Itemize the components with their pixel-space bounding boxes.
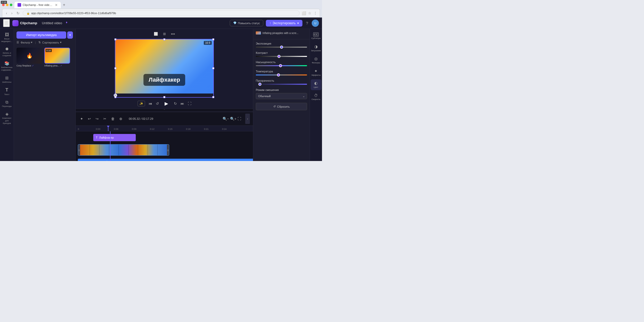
- sort-button[interactable]: Сортировать ▾: [42, 41, 62, 44]
- temperature-slider-thumb[interactable]: [277, 73, 280, 77]
- sidebar-item-brand[interactable]: ◈ Комплект для брендов: [1, 110, 13, 126]
- right-edge-color[interactable]: ◐ Цвет: [311, 79, 321, 90]
- sidebar-item-library[interactable]: 📚 Библиотека содержим...: [1, 59, 13, 73]
- transitions-icon: ⧉: [5, 100, 8, 105]
- saturation-slider-track[interactable]: [256, 65, 307, 66]
- reload-button[interactable]: ↻: [15, 11, 21, 16]
- fireplace-thumbnail: 🔥 2:15: [16, 48, 42, 64]
- video-clip-left-handle[interactable]: ||: [78, 145, 80, 155]
- back-button[interactable]: ‹: [5, 11, 8, 16]
- more-tool-button[interactable]: •••: [170, 31, 177, 37]
- user-avatar[interactable]: U: [312, 20, 319, 27]
- sidebar-item-templates[interactable]: ⊞ Шаблоны: [1, 74, 13, 85]
- import-dropdown-button[interactable]: ▾: [67, 31, 73, 39]
- hamburger-button[interactable]: ☰: [3, 19, 10, 27]
- playhead-triangle: [107, 126, 109, 128]
- skip-forward-button[interactable]: ⏭: [181, 101, 184, 106]
- opacity-slider-thumb[interactable]: [258, 83, 261, 86]
- filter-button[interactable]: Фильтр ▾: [21, 41, 32, 44]
- contrast-slider-thumb[interactable]: [277, 55, 281, 58]
- sidebar-item-media[interactable]: 🖼 Ваши медиарес...: [1, 31, 13, 44]
- zoom-in-button[interactable]: 🔍+: [230, 117, 236, 121]
- zoom-fit-button[interactable]: ⛶: [238, 117, 241, 121]
- handle-bottom[interactable]: [163, 96, 165, 98]
- handle-top-right[interactable]: [212, 38, 214, 40]
- duplicate-button[interactable]: ⊕: [118, 116, 124, 122]
- video-clip[interactable]: ||: [78, 144, 169, 156]
- audio-clip[interactable]: ♪ Cosy fireplace: [78, 159, 253, 161]
- brand-kit-icon: ◈: [5, 112, 9, 116]
- address-bar[interactable]: 🔒 app.clipchamp.com/editor/1f708e55-0220…: [23, 10, 300, 16]
- text-clip[interactable]: T Лайфхакер: [93, 134, 136, 141]
- opacity-slider-track[interactable]: [256, 84, 307, 85]
- minimize-traffic-light[interactable]: [6, 4, 9, 6]
- rotate-handle[interactable]: ↻: [114, 94, 117, 97]
- rewind-button[interactable]: ↺: [156, 101, 159, 106]
- sidebar-item-brand-label: Комплект для брендов: [2, 117, 12, 124]
- right-edge-effects[interactable]: ✦ Эффекты: [311, 67, 321, 78]
- handle-right[interactable]: [212, 67, 214, 69]
- filters-label: Фильтры: [312, 62, 320, 64]
- magic-button[interactable]: ✨: [138, 101, 145, 106]
- media-clip-fireplace[interactable]: 🔥 2:15 Cosy fireplace ✓: [16, 48, 42, 67]
- import-button[interactable]: Импорт мультимедиа: [16, 31, 66, 39]
- exposure-slider-track[interactable]: [256, 47, 307, 48]
- upgrade-button[interactable]: 💎 Повысить статус: [230, 20, 264, 26]
- exposure-slider-thumb[interactable]: [280, 46, 283, 49]
- new-tab-button[interactable]: +: [61, 2, 67, 8]
- cut-button[interactable]: ✂: [102, 116, 108, 122]
- app-header: ☰ Clipchamp Untitled video ♦ 💎 Повысить …: [0, 18, 322, 29]
- active-browser-tab[interactable]: Clipchamp - free video edito... ✕: [14, 2, 61, 8]
- add-clip-button[interactable]: ✦: [79, 116, 84, 122]
- contrast-slider-track[interactable]: [256, 56, 307, 57]
- right-edge-subtitles[interactable]: CC Субтитры: [311, 31, 321, 41]
- handle-top-left[interactable]: [114, 38, 116, 40]
- reset-button[interactable]: ↺ Сбросить: [256, 103, 307, 110]
- tab-close-button[interactable]: ✕: [55, 3, 58, 7]
- video-clip-right-handle[interactable]: ||: [167, 145, 169, 155]
- forward-button[interactable]: ›: [10, 11, 14, 16]
- sidebar-item-transitions[interactable]: ⧉ Переходы: [1, 98, 13, 109]
- fit-tool-button[interactable]: ⊞: [162, 31, 167, 37]
- text-clip-icon: T: [96, 136, 98, 139]
- zoom-out-button[interactable]: 🔍−: [223, 117, 229, 121]
- reset-icon: ↺: [273, 105, 276, 108]
- right-edge-filters[interactable]: ◎ Фильтры: [311, 55, 321, 66]
- opacity-property: Прозрачность: [256, 79, 307, 85]
- skip-back-button[interactable]: ⏮: [149, 101, 152, 106]
- handle-top[interactable]: [163, 38, 165, 40]
- aspect-ratio-badge: 16:9: [204, 41, 212, 45]
- delete-button[interactable]: 🗑: [110, 116, 116, 122]
- tab-favicon: [18, 3, 21, 7]
- help-button[interactable]: ?: [306, 21, 308, 25]
- cast-icon[interactable]: ⬜: [302, 11, 306, 15]
- project-title[interactable]: Untitled video: [42, 21, 62, 25]
- saturation-slider-thumb[interactable]: [279, 64, 282, 67]
- right-edge-fade[interactable]: ◑ Затухание: [311, 43, 321, 54]
- crop-tool-button[interactable]: ⬜: [152, 31, 159, 37]
- handle-bottom-right[interactable]: [212, 96, 214, 98]
- sidebar-item-text-label: Текст: [4, 93, 9, 96]
- export-button[interactable]: ↑ Экспортировать ▾: [266, 20, 302, 27]
- color-adjustment-panel: Экспозиция Контраст Насыщенность: [253, 39, 310, 161]
- fast-forward-button[interactable]: ↻: [174, 101, 177, 106]
- export-icon: ↑: [269, 21, 271, 25]
- blend-mode-select[interactable]: Обычный: [256, 93, 307, 99]
- media-clip-pineapple[interactable]: 0:10 Inflating pina... ✓: [44, 48, 70, 67]
- redo-button[interactable]: ↪: [94, 116, 100, 122]
- sidebar-item-text[interactable]: T Текст: [1, 86, 13, 97]
- clip-title-text: Inflating pinapples with a scre...: [262, 32, 299, 35]
- sidebar-item-record[interactable]: ⏺ Запись и создание: [1, 45, 13, 58]
- undo-button[interactable]: ↩: [87, 116, 92, 122]
- play-button[interactable]: ▶: [163, 100, 170, 107]
- menu-icon[interactable]: ⋮: [313, 11, 317, 15]
- right-edge-speed[interactable]: ⏱ Скорость: [311, 92, 321, 102]
- handle-left[interactable]: [114, 67, 116, 69]
- saturation-label: Насыщенность: [256, 61, 307, 64]
- temperature-slider-track[interactable]: [256, 74, 307, 75]
- close-traffic-light[interactable]: [2, 4, 5, 6]
- timeline-collapse-right[interactable]: ›: [245, 114, 250, 124]
- bookmark-icon[interactable]: ☆: [308, 11, 311, 15]
- fullscreen-button[interactable]: ⛶: [188, 101, 191, 106]
- fullscreen-traffic-light[interactable]: [10, 4, 12, 6]
